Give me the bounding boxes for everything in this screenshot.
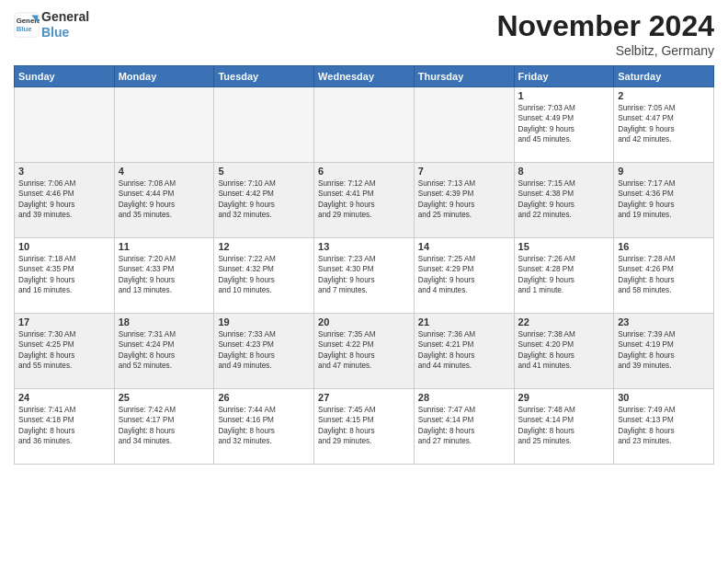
day-info: Sunrise: 7:49 AM Sunset: 4:13 PM Dayligh… [618, 405, 710, 447]
day-info: Sunrise: 7:25 AM Sunset: 4:29 PM Dayligh… [418, 254, 510, 296]
header-monday: Monday [114, 66, 214, 87]
calendar-week-row: 1Sunrise: 7:03 AM Sunset: 4:49 PM Daylig… [15, 87, 714, 163]
table-row [414, 87, 514, 163]
day-info: Sunrise: 7:44 AM Sunset: 4:16 PM Dayligh… [218, 405, 310, 447]
table-row: 17Sunrise: 7:30 AM Sunset: 4:25 PM Dayli… [15, 314, 115, 389]
day-info: Sunrise: 7:26 AM Sunset: 4:28 PM Dayligh… [518, 254, 610, 296]
day-info: Sunrise: 7:45 AM Sunset: 4:15 PM Dayligh… [318, 405, 410, 447]
table-row: 14Sunrise: 7:25 AM Sunset: 4:29 PM Dayli… [414, 238, 514, 314]
table-row: 27Sunrise: 7:45 AM Sunset: 4:15 PM Dayli… [314, 389, 415, 465]
day-info: Sunrise: 7:31 AM Sunset: 4:24 PM Dayligh… [119, 329, 210, 372]
calendar-table: Sunday Monday Tuesday Wednesday Thursday… [14, 65, 714, 465]
header-sunday: Sunday [15, 66, 115, 87]
logo: General Blue General Blue [14, 9, 89, 40]
day-info: Sunrise: 7:22 AM Sunset: 4:32 PM Dayligh… [218, 254, 310, 296]
day-info: Sunrise: 7:06 AM Sunset: 4:46 PM Dayligh… [18, 178, 110, 221]
calendar-week-row: 24Sunrise: 7:41 AM Sunset: 4:18 PM Dayli… [15, 389, 714, 465]
calendar-week-row: 10Sunrise: 7:18 AM Sunset: 4:35 PM Dayli… [15, 238, 714, 314]
header-friday: Friday [514, 66, 614, 87]
calendar-week-row: 3Sunrise: 7:06 AM Sunset: 4:46 PM Daylig… [15, 163, 714, 238]
day-info: Sunrise: 7:36 AM Sunset: 4:21 PM Dayligh… [418, 329, 510, 372]
header-saturday: Saturday [614, 66, 714, 87]
table-row: 10Sunrise: 7:18 AM Sunset: 4:35 PM Dayli… [15, 238, 115, 314]
day-info: Sunrise: 7:38 AM Sunset: 4:20 PM Dayligh… [518, 329, 610, 372]
day-number: 13 [318, 241, 410, 252]
table-row: 19Sunrise: 7:33 AM Sunset: 4:23 PM Dayli… [214, 314, 314, 389]
location: Selbitz, Germany [496, 43, 714, 58]
day-info: Sunrise: 7:15 AM Sunset: 4:38 PM Dayligh… [518, 178, 610, 221]
day-number: 5 [218, 166, 310, 177]
day-number: 7 [418, 166, 510, 177]
day-info: Sunrise: 7:35 AM Sunset: 4:22 PM Dayligh… [318, 329, 410, 372]
day-info: Sunrise: 7:08 AM Sunset: 4:44 PM Dayligh… [119, 178, 210, 221]
day-info: Sunrise: 7:48 AM Sunset: 4:14 PM Dayligh… [518, 405, 610, 447]
day-number: 19 [218, 316, 310, 327]
header-thursday: Thursday [414, 66, 514, 87]
day-info: Sunrise: 7:23 AM Sunset: 4:30 PM Dayligh… [318, 254, 410, 296]
day-info: Sunrise: 7:17 AM Sunset: 4:36 PM Dayligh… [618, 178, 710, 221]
table-row [314, 87, 415, 163]
day-info: Sunrise: 7:28 AM Sunset: 4:26 PM Dayligh… [618, 254, 710, 296]
day-number: 8 [518, 166, 610, 177]
table-row: 12Sunrise: 7:22 AM Sunset: 4:32 PM Dayli… [214, 238, 314, 314]
calendar-header-row: Sunday Monday Tuesday Wednesday Thursday… [15, 66, 714, 87]
logo-line1: General [41, 9, 89, 25]
day-info: Sunrise: 7:18 AM Sunset: 4:35 PM Dayligh… [18, 254, 110, 296]
day-number: 26 [218, 392, 310, 403]
table-row: 11Sunrise: 7:20 AM Sunset: 4:33 PM Dayli… [114, 238, 214, 314]
table-row: 4Sunrise: 7:08 AM Sunset: 4:44 PM Daylig… [114, 163, 214, 238]
table-row: 30Sunrise: 7:49 AM Sunset: 4:13 PM Dayli… [614, 389, 714, 465]
day-number: 28 [418, 392, 510, 403]
day-number: 15 [518, 241, 610, 252]
day-number: 10 [18, 241, 110, 252]
day-info: Sunrise: 7:33 AM Sunset: 4:23 PM Dayligh… [218, 329, 310, 372]
calendar-week-row: 17Sunrise: 7:30 AM Sunset: 4:25 PM Dayli… [15, 314, 714, 389]
day-info: Sunrise: 7:42 AM Sunset: 4:17 PM Dayligh… [119, 405, 210, 447]
table-row: 6Sunrise: 7:12 AM Sunset: 4:41 PM Daylig… [314, 163, 415, 238]
header-wednesday: Wednesday [314, 66, 415, 87]
day-number: 27 [318, 392, 410, 403]
table-row: 1Sunrise: 7:03 AM Sunset: 4:49 PM Daylig… [514, 87, 614, 163]
day-number: 11 [119, 241, 210, 252]
table-row [15, 87, 115, 163]
day-number: 1 [518, 90, 610, 101]
table-row [114, 87, 214, 163]
logo-line2: Blue [41, 25, 89, 40]
title-block: November 2024 Selbitz, Germany [496, 9, 714, 58]
table-row: 18Sunrise: 7:31 AM Sunset: 4:24 PM Dayli… [114, 314, 214, 389]
day-number: 16 [618, 241, 710, 252]
table-row: 13Sunrise: 7:23 AM Sunset: 4:30 PM Dayli… [314, 238, 415, 314]
table-row: 28Sunrise: 7:47 AM Sunset: 4:14 PM Dayli… [414, 389, 514, 465]
day-number: 23 [618, 316, 710, 327]
table-row: 22Sunrise: 7:38 AM Sunset: 4:20 PM Dayli… [514, 314, 614, 389]
table-row: 15Sunrise: 7:26 AM Sunset: 4:28 PM Dayli… [514, 238, 614, 314]
table-row: 20Sunrise: 7:35 AM Sunset: 4:22 PM Dayli… [314, 314, 415, 389]
table-row: 29Sunrise: 7:48 AM Sunset: 4:14 PM Dayli… [514, 389, 614, 465]
table-row: 21Sunrise: 7:36 AM Sunset: 4:21 PM Dayli… [414, 314, 514, 389]
day-number: 4 [119, 166, 210, 177]
table-row: 23Sunrise: 7:39 AM Sunset: 4:19 PM Dayli… [614, 314, 714, 389]
day-number: 24 [18, 392, 110, 403]
day-number: 29 [518, 392, 610, 403]
table-row: 7Sunrise: 7:13 AM Sunset: 4:39 PM Daylig… [414, 163, 514, 238]
table-row: 25Sunrise: 7:42 AM Sunset: 4:17 PM Dayli… [114, 389, 214, 465]
header-tuesday: Tuesday [214, 66, 314, 87]
day-info: Sunrise: 7:03 AM Sunset: 4:49 PM Dayligh… [518, 103, 610, 145]
day-info: Sunrise: 7:47 AM Sunset: 4:14 PM Dayligh… [418, 405, 510, 447]
page: General Blue General Blue November 2024 … [0, 0, 728, 563]
table-row: 3Sunrise: 7:06 AM Sunset: 4:46 PM Daylig… [15, 163, 115, 238]
day-number: 2 [618, 90, 710, 101]
table-row: 26Sunrise: 7:44 AM Sunset: 4:16 PM Dayli… [214, 389, 314, 465]
month-title: November 2024 [496, 9, 714, 43]
day-info: Sunrise: 7:41 AM Sunset: 4:18 PM Dayligh… [18, 405, 110, 447]
table-row: 8Sunrise: 7:15 AM Sunset: 4:38 PM Daylig… [514, 163, 614, 238]
day-number: 21 [418, 316, 510, 327]
day-number: 14 [418, 241, 510, 252]
svg-text:Blue: Blue [17, 25, 33, 33]
header: General Blue General Blue November 2024 … [14, 9, 714, 58]
day-info: Sunrise: 7:10 AM Sunset: 4:42 PM Dayligh… [218, 178, 310, 221]
day-number: 12 [218, 241, 310, 252]
table-row: 9Sunrise: 7:17 AM Sunset: 4:36 PM Daylig… [614, 163, 714, 238]
table-row: 16Sunrise: 7:28 AM Sunset: 4:26 PM Dayli… [614, 238, 714, 314]
table-row: 5Sunrise: 7:10 AM Sunset: 4:42 PM Daylig… [214, 163, 314, 238]
